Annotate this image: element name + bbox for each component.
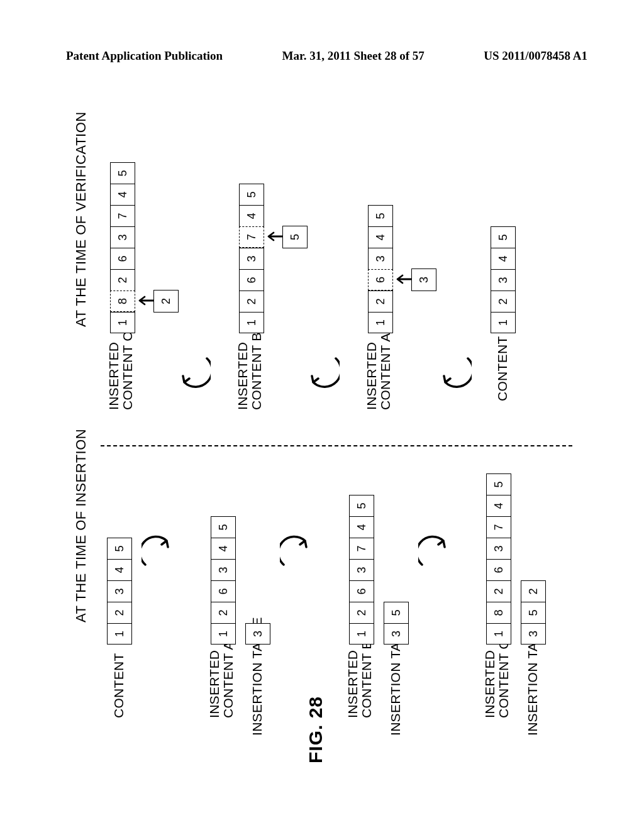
- cell: 4: [349, 516, 374, 538]
- cell: 2: [368, 290, 393, 312]
- figure-label: FIG. 28: [305, 696, 326, 763]
- right-column-title: AT THE TIME OF VERIFICATION: [73, 111, 89, 327]
- cell: 4: [211, 538, 236, 559]
- cell: 4: [368, 226, 393, 248]
- cell: 3: [239, 248, 264, 269]
- cell: 6: [110, 248, 135, 269]
- cell: 3: [245, 623, 270, 645]
- label-inserted-c-right: INSERTED CONTENT C: [107, 331, 135, 410]
- right-row-b-cells: 1263745: [239, 184, 264, 333]
- vertical-divider: [101, 445, 572, 446]
- left-row-c-tbl: 352: [521, 580, 546, 645]
- cell: 5: [211, 516, 236, 538]
- figure-area: FIG. 28 AT THE TIME OF INSERTION AT THE …: [63, 88, 579, 792]
- right-row-a-cells: 126345: [368, 205, 393, 333]
- cell: 3: [486, 538, 511, 559]
- cell: 3: [491, 269, 516, 290]
- cell: 6: [349, 580, 374, 602]
- cell: 5: [110, 162, 135, 184]
- arrow-up-c: [136, 294, 155, 307]
- cell: 6: [368, 269, 393, 290]
- label-content-left: CONTENT: [112, 653, 126, 718]
- label-inserted-c-left: INSERTED CONTENT C: [483, 639, 511, 718]
- cell: 6: [239, 269, 264, 290]
- cell: 5: [349, 495, 374, 516]
- rotated-stage: FIG. 28 AT THE TIME OF INSERTION AT THE …: [63, 88, 579, 792]
- cell: 2: [107, 602, 132, 623]
- left-row-b-tbl: 35: [384, 602, 409, 645]
- label-content-right: CONTENT: [496, 336, 509, 401]
- cell: 3: [110, 226, 135, 248]
- left-row-b-cells: 1263745: [349, 495, 374, 645]
- cell: 5: [384, 602, 409, 623]
- cell: 4: [107, 559, 132, 580]
- left-row-a-tbl: 3: [245, 623, 270, 645]
- cell: 2: [110, 269, 135, 290]
- cell: 1: [368, 312, 393, 333]
- cell: 1: [211, 623, 236, 645]
- cell: 4: [110, 184, 135, 205]
- cell: 1: [110, 312, 135, 333]
- cell: 5: [107, 538, 132, 559]
- cell: 7: [110, 205, 135, 226]
- cell: 5: [239, 184, 264, 205]
- cell: 5: [491, 226, 516, 248]
- cell: 5: [521, 602, 546, 623]
- cell: 7: [486, 516, 511, 538]
- label-inserted-a-left: INSERTED CONTENT A: [208, 641, 235, 719]
- cell: 6: [486, 559, 511, 580]
- right-row-b-under: 5: [282, 226, 308, 248]
- cell: 2: [349, 602, 374, 623]
- right-row-c-under: 2: [153, 290, 179, 313]
- arrow-down-2: [280, 534, 318, 572]
- cell: 1: [349, 623, 374, 645]
- cell: 3: [521, 623, 546, 645]
- right-row-a-under: 3: [411, 268, 436, 291]
- cell: 3: [107, 580, 132, 602]
- arrow-up-a: [394, 273, 413, 285]
- cell: 4: [491, 248, 516, 269]
- arrow-down-1: [142, 534, 179, 572]
- header-right: US 2011/0078458 A1: [484, 49, 587, 63]
- cell: 2: [491, 290, 516, 312]
- cell: 5: [486, 473, 511, 495]
- cell: 1: [239, 312, 264, 333]
- right-row-c-cells: 18263745: [110, 162, 135, 333]
- cell: 4: [486, 495, 511, 516]
- cell: 7: [349, 538, 374, 559]
- arrow-up-pair-3: [434, 352, 472, 390]
- cell: 4: [239, 205, 264, 226]
- left-content-cells: 12345: [107, 538, 132, 645]
- cell: 1: [107, 623, 132, 645]
- cell: 3: [211, 559, 236, 580]
- arrow-up-pair-2: [302, 352, 340, 390]
- header-left: Patent Application Publication: [66, 49, 223, 63]
- cell: 3: [349, 559, 374, 580]
- cell: 7: [239, 226, 264, 248]
- cell: 2: [521, 580, 546, 602]
- label-inserted-b-right: INSERTED CONTENT B: [236, 332, 264, 410]
- left-column-title: AT THE TIME OF INSERTION: [73, 429, 89, 622]
- cell: 1: [491, 312, 516, 333]
- label-inserted-a-right: INSERTED CONTENT A: [365, 333, 392, 411]
- arrow-up-b: [265, 230, 284, 243]
- cell: 8: [110, 290, 135, 312]
- cell: 6: [211, 580, 236, 602]
- header-center: Mar. 31, 2011 Sheet 28 of 57: [282, 49, 425, 63]
- cell: 8: [486, 602, 511, 623]
- cell: 5: [368, 205, 393, 226]
- left-row-c-cells: 18263745: [486, 473, 511, 645]
- left-row-a-cells: 126345: [211, 516, 236, 645]
- arrow-up-pair-1: [173, 352, 211, 390]
- cell: 2: [211, 602, 236, 623]
- page-header: Patent Application Publication Mar. 31, …: [0, 49, 644, 63]
- label-inserted-b-left: INSERTED CONTENT B: [346, 640, 374, 718]
- right-content-cells: 12345: [491, 226, 516, 333]
- cell: 2: [486, 580, 511, 602]
- arrow-down-3: [418, 534, 456, 572]
- cell: 2: [239, 290, 264, 312]
- cell: 3: [368, 248, 393, 269]
- cell: 3: [384, 623, 409, 645]
- cell: 1: [486, 623, 511, 645]
